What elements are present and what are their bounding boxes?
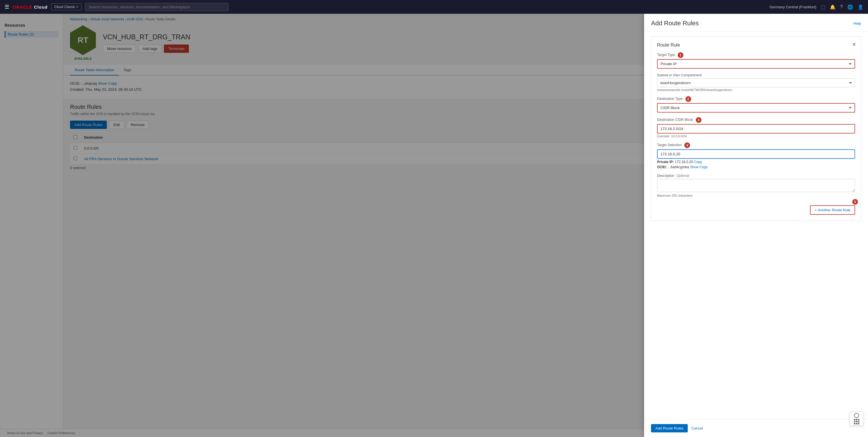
- another-route-rule-container: + Another Route Rule 5: [810, 202, 855, 215]
- language-globe-icon[interactable]: 🌐: [847, 4, 853, 10]
- subnet-compartment-hint: oraseemeaocids (root)/NETWORK/IwanHoogen…: [657, 88, 855, 92]
- panel-add-route-rules-button[interactable]: Add Route Rules: [651, 424, 688, 432]
- destination-cidr-input[interactable]: [657, 124, 855, 133]
- target-selection-label: Target Selection 4: [657, 143, 855, 148]
- route-rule-card-title: Route Rule: [657, 42, 855, 48]
- destination-type-label: Destination Type 2: [657, 96, 855, 102]
- panel-title: Add Route Rules: [651, 20, 699, 27]
- oracle-logo: ORACLE Cloud: [12, 5, 48, 9]
- lifecycle-grid-icon: [854, 419, 859, 425]
- destination-type-select[interactable]: CIDR Block: [657, 103, 855, 113]
- top-navigation: ☰ ORACLE Cloud Cloud Classic > Germany C…: [0, 0, 868, 14]
- notification-bell-icon[interactable]: 🔔: [830, 4, 836, 10]
- target-ocid-copy-link[interactable]: Copy: [700, 165, 708, 169]
- search-input[interactable]: [85, 3, 228, 11]
- panel-cancel-link[interactable]: Cancel: [691, 426, 703, 430]
- destination-cidr-group: Destination CIDR Block 3 Example: 10.0.0…: [657, 117, 855, 138]
- another-route-rule-button[interactable]: + Another Route Rule: [810, 205, 855, 215]
- target-selection-input[interactable]: [657, 149, 855, 159]
- target-selection-group: Target Selection 4 Private IP: 172.16.0.…: [657, 143, 855, 169]
- panel-footer: Add Route Rules Cancel: [644, 419, 868, 437]
- destination-cidr-label: Destination CIDR Block 3: [657, 117, 855, 123]
- destination-cidr-hint: Example: 10.0.0.0/24: [657, 134, 855, 138]
- ocid-info: OCID: ...6ad4cyjmka Show Copy: [657, 165, 855, 169]
- subnet-compartment-label: Subnet or Vlan Compartment: [657, 73, 855, 77]
- region-selector[interactable]: Germany Central (Frankfurt): [770, 5, 816, 9]
- route-rule-card: Route Rule ✕ Target Type 1 Private IP Su…: [651, 36, 861, 221]
- destination-type-group: Destination Type 2 CIDR Block: [657, 96, 855, 113]
- target-ocid-show-link[interactable]: Show: [690, 165, 699, 169]
- step-3-badge: 3: [696, 117, 702, 123]
- description-label: Description Optional: [657, 174, 855, 178]
- target-type-group: Target Type 1 Private IP: [657, 52, 855, 69]
- close-rule-button[interactable]: ✕: [852, 41, 856, 48]
- step-1-badge: 1: [678, 52, 683, 58]
- hamburger-menu-icon[interactable]: ☰: [5, 4, 9, 10]
- cloud-classic-button[interactable]: Cloud Classic >: [51, 3, 82, 10]
- private-ip-copy-link[interactable]: Copy: [694, 160, 702, 164]
- step-5-badge: 5: [852, 199, 858, 205]
- add-route-rules-panel: Add Route Rules Help Route Rule ✕ Target…: [644, 14, 868, 437]
- private-ip-info: Private IP: 172.16.0.20 Copy: [657, 160, 855, 164]
- step-2-badge: 2: [685, 96, 691, 102]
- cloud-shell-icon[interactable]: ⬚: [821, 4, 825, 10]
- lifecycle-widget[interactable]: [849, 412, 863, 426]
- panel-body: Route Rule ✕ Target Type 1 Private IP Su…: [644, 32, 868, 419]
- panel-header: Add Route Rules Help: [644, 14, 868, 32]
- help-icon[interactable]: ?: [840, 4, 843, 9]
- description-textarea[interactable]: [657, 179, 855, 192]
- description-group: Description Optional Maximum 255 charact…: [657, 174, 855, 197]
- user-avatar-icon[interactable]: 👤: [858, 4, 863, 10]
- target-type-label: Target Type 1: [657, 52, 855, 58]
- lifecycle-circle-icon: [854, 413, 859, 418]
- step-4-badge: 4: [684, 143, 690, 148]
- target-type-select[interactable]: Private IP: [657, 59, 855, 69]
- subnet-compartment-select[interactable]: IwanHoogendoorn: [657, 79, 855, 87]
- subnet-compartment-group: Subnet or Vlan Compartment IwanHoogendoo…: [657, 73, 855, 92]
- panel-help-link[interactable]: Help: [854, 21, 861, 26]
- description-hint: Maximum 255 characters: [657, 194, 855, 197]
- nav-right: Germany Central (Frankfurt) ⬚ 🔔 ? 🌐 👤: [770, 4, 863, 10]
